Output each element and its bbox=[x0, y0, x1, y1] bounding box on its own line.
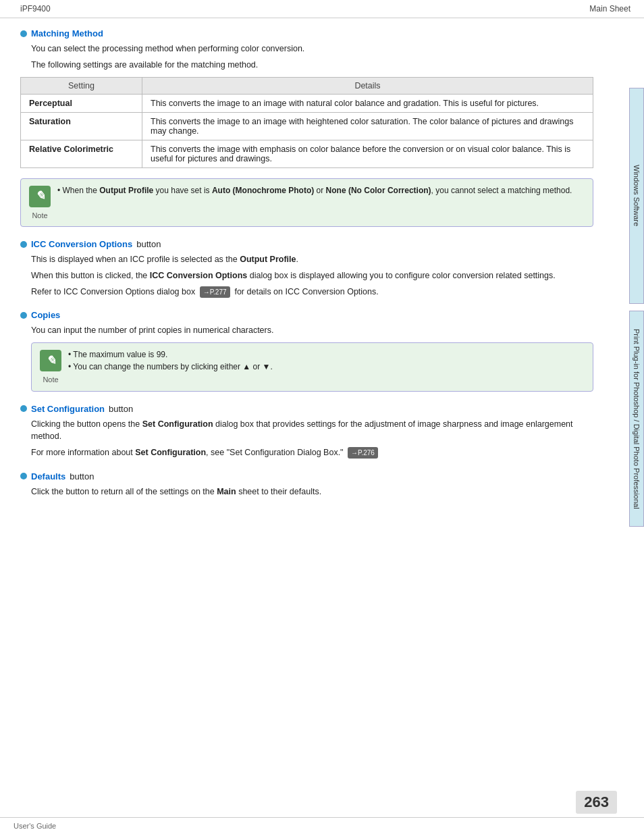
matching-desc2: The following settings are available for… bbox=[31, 59, 593, 72]
section-heading-defaults: Defaults button bbox=[20, 471, 593, 481]
setting-relative-colorimetric: Relative Colorimetric bbox=[21, 140, 142, 167]
table-row: Saturation This converts the image to an… bbox=[21, 112, 593, 140]
section-copies: Copies You can input the number of print… bbox=[20, 310, 593, 391]
section-title-icc-suffix: button bbox=[136, 239, 161, 249]
matching-desc1: You can select the processing method whe… bbox=[31, 43, 593, 55]
setconfig-desc2: For more information about Set Configura… bbox=[31, 446, 593, 459]
bullet-defaults bbox=[20, 473, 27, 479]
note-box-matching: ✎ Note • When the Output Profile you hav… bbox=[20, 178, 593, 228]
note-icon: ✎ bbox=[29, 186, 51, 207]
section-title-icc: ICC Conversion Options bbox=[31, 239, 132, 249]
note-content-matching: • When the Output Profile you have set i… bbox=[57, 184, 585, 221]
section-title-defaults-suffix: button bbox=[70, 471, 94, 481]
bullet-copies bbox=[20, 312, 27, 319]
details-perceptual: This converts the image to an image with… bbox=[142, 94, 593, 112]
section-icc-conversion: ICC Conversion Options button This is di… bbox=[20, 239, 593, 298]
section-title-matching: Matching Method bbox=[31, 28, 103, 38]
section-title-setconfig: Set Configuration bbox=[31, 404, 105, 414]
right-tab-photoshop: Print Plug-in for Photoshop / Digital Ph… bbox=[629, 311, 644, 527]
bullet-setconfig bbox=[20, 405, 27, 412]
table-row: Relative Colorimetric This converts the … bbox=[21, 140, 593, 167]
setconfig-desc1: Clicking the button opens the Set Config… bbox=[31, 418, 593, 444]
page-number: 263 bbox=[576, 791, 617, 814]
section-title-copies: Copies bbox=[31, 310, 60, 320]
section-set-configuration: Set Configuration button Clicking the bu… bbox=[20, 404, 593, 459]
header-right: Main Sheet bbox=[589, 4, 630, 14]
section-heading-setconfig: Set Configuration button bbox=[20, 404, 593, 414]
details-relative-colorimetric: This converts the image with emphasis on… bbox=[142, 140, 593, 167]
section-defaults: Defaults button Click the button to retu… bbox=[20, 471, 593, 498]
note-content-copies: • The maximum value is 99. • You can cha… bbox=[68, 348, 585, 386]
ref-badge-276: →P.276 bbox=[348, 447, 378, 459]
right-tab-windows: Windows Software bbox=[629, 88, 644, 304]
details-saturation: This converts the image to an image with… bbox=[142, 112, 593, 140]
table-row: Perceptual This converts the image to an… bbox=[21, 94, 593, 112]
section-heading-matching: Matching Method bbox=[20, 28, 593, 38]
section-title-defaults: Defaults bbox=[31, 471, 65, 481]
note-box-copies: ✎ Note • The maximum value is 99. • You … bbox=[31, 342, 593, 392]
icc-desc3: Refer to ICC Conversion Options dialog b… bbox=[31, 286, 593, 298]
section-title-setconfig-suffix: button bbox=[109, 404, 133, 414]
table-header-details: Details bbox=[142, 77, 593, 94]
footer-label: User's Guide bbox=[14, 822, 56, 830]
copies-desc1: You can input the number of print copies… bbox=[31, 324, 593, 337]
section-matching-method: Matching Method You can select the proce… bbox=[20, 28, 593, 227]
defaults-desc1: Click the button to return all of the se… bbox=[31, 486, 593, 498]
ref-badge-277: →P.277 bbox=[200, 286, 230, 298]
bottom-bar: User's Guide bbox=[0, 817, 644, 834]
matching-table: Setting Details Perceptual This converts… bbox=[20, 77, 593, 168]
table-header-setting: Setting bbox=[21, 77, 142, 94]
main-content: Matching Method You can select the proce… bbox=[0, 18, 627, 524]
top-bar: iPF9400 Main Sheet bbox=[0, 0, 644, 18]
icc-desc1: This is displayed when an ICC profile is… bbox=[31, 253, 593, 266]
setting-saturation: Saturation bbox=[21, 112, 142, 140]
section-heading-icc: ICC Conversion Options button bbox=[20, 239, 593, 249]
bullet-matching bbox=[20, 30, 27, 37]
icc-desc2: When this button is clicked, the ICC Con… bbox=[31, 269, 593, 282]
header-left: iPF9400 bbox=[20, 4, 51, 14]
section-heading-copies: Copies bbox=[20, 310, 593, 320]
note-icon-copies: ✎ bbox=[40, 350, 61, 371]
setting-perceptual: Perceptual bbox=[21, 94, 142, 112]
bullet-icc bbox=[20, 241, 27, 248]
